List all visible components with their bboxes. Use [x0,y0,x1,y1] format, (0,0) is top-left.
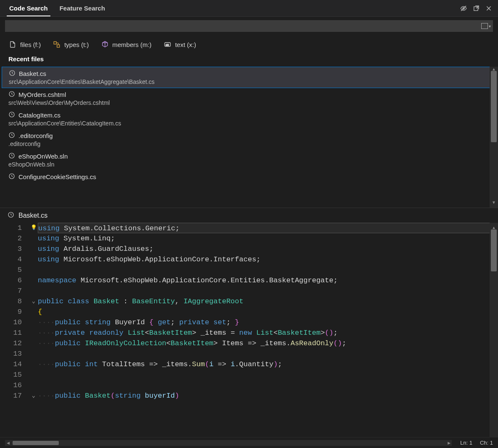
code-line[interactable]: ····public Basket(string buyerId) [38,391,498,401]
search-view-dropdown[interactable]: ▾ [481,23,493,29]
text-icon: ab| [163,40,172,49]
code-line[interactable] [38,349,498,359]
scrollbar-thumb[interactable] [13,441,59,445]
filter-text[interactable]: ab| text (x:) [163,40,196,49]
status-char: Ch: 1 [480,440,493,446]
recent-file-item[interactable]: CatalogItem.cssrc\ApplicationCore\Entiti… [0,109,498,129]
code-line[interactable]: using Microsoft.eShopWeb.ApplicationCore… [38,254,498,265]
tab-code-search[interactable]: Code Search [3,0,54,16]
svg-text:ab|: ab| [165,43,169,46]
clock-icon [9,70,16,78]
clock-icon [8,173,15,181]
file-name: Basket.cs [19,70,46,77]
file-path: src\Web\Views\Order\MyOrders.cshtml [8,99,490,106]
code-line[interactable]: ····private readonly List<BasketItem> _i… [38,328,498,338]
file-name: .editorconfig [18,132,53,139]
file-name: CatalogItem.cs [18,112,60,119]
clock-icon [8,132,15,140]
editor-scrollbar[interactable]: ▲ [490,223,498,437]
visibility-icon[interactable] [459,4,468,13]
code-line[interactable] [38,286,498,296]
status-bar: ◀ ▶ Ln: 1 Ch: 1 [0,437,498,448]
search-row: ▾ [0,17,498,35]
svg-rect-5 [54,42,56,44]
code-area[interactable]: using System.Collections.Generic;using S… [38,223,498,437]
clock-icon [8,91,15,99]
recent-file-item[interactable]: .editorconfig.editorconfig [0,129,498,150]
recent-file-item[interactable]: Basket.cssrc\ApplicationCore\Entities\Ba… [2,67,496,88]
code-line[interactable] [38,380,498,391]
preview-header: Basket.cs [0,208,498,223]
file-name: MyOrders.cshtml [18,91,66,98]
filter-row: files (f:) types (t:) members (m:) ab| t… [0,35,498,54]
file-path: eShopOnWeb.sln [8,161,490,168]
recent-file-item[interactable]: ConfigureCookieSettings.cs [0,170,498,183]
recent-files-list: Basket.cssrc\ApplicationCore\Entities\Ba… [0,67,498,208]
file-name: eShopOnWeb.sln [18,153,68,160]
code-line[interactable] [38,265,498,275]
scrollbar-thumb[interactable] [491,229,497,271]
filter-types[interactable]: types (t:) [52,40,89,49]
close-icon[interactable] [485,4,493,13]
clock-icon [8,111,15,119]
code-line[interactable]: using System.Linq; [38,233,498,244]
line-gutter: 1234567891011121314151617 [0,223,29,437]
types-icon [52,40,61,49]
code-line[interactable]: using System.Collections.Generic; [38,223,498,233]
recent-file-item[interactable]: eShopOnWeb.slneShopOnWeb.sln [0,150,498,170]
horizontal-scrollbar[interactable]: ◀ ▶ [5,440,452,446]
preview-file-name: Basket.cs [18,212,47,219]
code-line[interactable]: ····public IReadOnlyCollection<BasketIte… [38,338,498,349]
fold-column[interactable]: 💡⌄⌄ [29,223,38,437]
clock-icon [8,211,14,219]
code-line[interactable]: namespace Microsoft.eShopWeb.Application… [38,275,498,286]
recent-files-title: Recent files [0,54,498,67]
filter-files[interactable]: files (f:) [8,40,41,49]
code-line[interactable]: public class Basket : BaseEntity, IAggre… [38,296,498,307]
search-input[interactable] [5,23,481,29]
clock-icon [8,152,15,160]
members-icon [101,40,109,49]
file-list-scrollbar[interactable]: ▲ ▼ [490,67,498,208]
filter-members[interactable]: members (m:) [101,40,152,49]
code-editor[interactable]: 1234567891011121314151617 💡⌄⌄ using Syst… [0,223,498,437]
file-path: .editorconfig [8,141,490,147]
code-line[interactable]: ····public int TotalItems => _items.Sum(… [38,359,498,370]
code-line[interactable]: using Ardalis.GuardClauses; [38,244,498,254]
tab-feature-search[interactable]: Feature Search [54,0,111,16]
search-box[interactable]: ▾ [5,20,493,32]
header-tabs: Code Search Feature Search [0,0,498,17]
file-path: src\ApplicationCore\Entities\BasketAggre… [9,78,489,85]
recent-file-item[interactable]: MyOrders.cshtmlsrc\Web\Views\Order\MyOrd… [0,88,498,109]
code-line[interactable]: { [38,307,498,317]
file-path: src\ApplicationCore\Entities\CatalogItem… [8,120,490,127]
svg-rect-6 [57,45,60,47]
code-line[interactable] [38,370,498,380]
file-icon [8,40,17,49]
code-line[interactable]: ····public string BuyerId { get; private… [38,317,498,328]
popout-icon[interactable] [472,4,480,13]
scrollbar-thumb[interactable] [491,71,497,142]
file-name: ConfigureCookieSettings.cs [18,173,96,180]
status-line: Ln: 1 [460,440,472,446]
